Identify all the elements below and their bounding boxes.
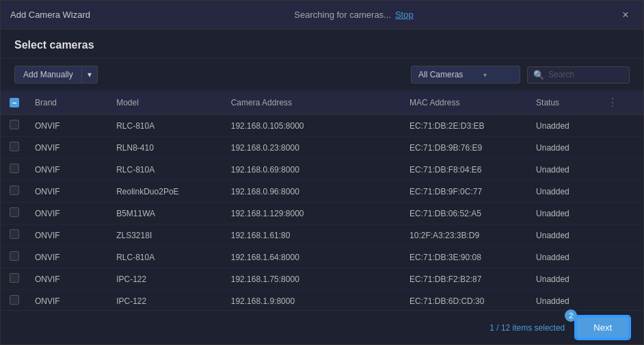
footer: 1 / 12 items selected 2 Next <box>1 310 643 344</box>
row-model: RLC-810A <box>109 246 224 268</box>
row-mac: EC:71:DB:06:52:A5 <box>403 203 529 225</box>
title-bar: Add Camera Wizard Searching for cameras.… <box>1 1 643 29</box>
row-checkbox[interactable] <box>10 120 19 129</box>
row-checkbox-cell[interactable] <box>1 137 28 159</box>
row-mac: EC:71:DB:F2:B2:87 <box>403 268 529 290</box>
row-status: Unadded <box>529 181 596 203</box>
row-extra <box>596 203 643 225</box>
row-checkbox[interactable] <box>10 207 19 217</box>
row-address: 192.168.1.129:8000 <box>224 203 403 225</box>
row-extra <box>596 225 643 246</box>
row-address: 192.168.1.9:8000 <box>224 290 403 311</box>
row-checkbox-cell[interactable] <box>1 246 28 268</box>
table-row[interactable]: ONVIF ZLS3218I 192.168.1.61:80 10:2F:A3:… <box>1 225 643 246</box>
row-address: 192.168.0.23:8000 <box>224 137 403 159</box>
table-header-row: Brand Model Camera Address MAC Address S… <box>1 90 643 115</box>
row-address: 192.168.0.96:8000 <box>224 181 403 203</box>
header-status: Status <box>529 90 596 115</box>
row-model: RLC-810A <box>109 115 224 137</box>
table-row[interactable]: ONVIF RLN8-410 192.168.0.23:8000 EC:71:D… <box>1 137 643 159</box>
stop-link[interactable]: Stop <box>395 10 414 20</box>
camera-table-container[interactable]: Brand Model Camera Address MAC Address S… <box>1 90 643 310</box>
row-status: Unadded <box>529 268 596 290</box>
camera-filter-dropdown[interactable]: All Cameras ▾ <box>411 66 520 84</box>
row-model: B5M11WA <box>109 203 224 225</box>
next-button[interactable]: Next <box>576 316 630 339</box>
row-model: ZLS3218I <box>109 225 224 246</box>
row-checkbox-cell[interactable] <box>1 115 28 137</box>
row-checkbox[interactable] <box>10 229 19 239</box>
row-mac: 10:2F:A3:23:3B:D9 <box>403 225 529 246</box>
row-mac: EC:71:DB:2E:D3:EB <box>403 115 529 137</box>
row-status: Unadded <box>529 159 596 181</box>
row-brand: ONVIF <box>28 225 109 246</box>
row-status: Unadded <box>529 203 596 225</box>
close-button[interactable]: × <box>617 7 634 23</box>
row-brand: ONVIF <box>28 246 109 268</box>
add-manually-dropdown-button[interactable]: ▾ <box>82 66 98 84</box>
header-mac: MAC Address <box>403 90 529 115</box>
table-row[interactable]: ONVIF ReolinkDuo2PoE 192.168.0.96:8000 E… <box>1 181 643 203</box>
row-mac: EC:71:DB:3E:90:08 <box>403 246 529 268</box>
toolbar: Add Manually ▾ All Cameras ▾ 🔍 <box>1 59 643 90</box>
row-mac: EC:71:DB:6D:CD:30 <box>403 290 529 311</box>
table-row[interactable]: ONVIF IPC-122 192.168.1.75:8000 EC:71:DB… <box>1 268 643 290</box>
header-brand: Brand <box>28 90 109 115</box>
search-box: 🔍 <box>527 66 630 84</box>
row-extra <box>596 246 643 268</box>
add-manually-button[interactable]: Add Manually <box>14 66 82 84</box>
row-checkbox-cell[interactable] <box>1 181 28 203</box>
searching-text: Searching for cameras... <box>294 10 391 20</box>
row-brand: ONVIF <box>28 137 109 159</box>
row-model: ReolinkDuo2PoE <box>109 181 224 203</box>
table-row[interactable]: ONVIF B5M11WA 192.168.1.129:8000 EC:71:D… <box>1 203 643 225</box>
row-checkbox[interactable] <box>10 251 19 261</box>
row-checkbox[interactable] <box>10 186 19 195</box>
search-status: Searching for cameras... Stop <box>294 10 413 20</box>
row-checkbox-cell[interactable] <box>1 225 28 246</box>
toolbar-right: All Cameras ▾ 🔍 <box>411 66 630 84</box>
chevron-down-icon: ▾ <box>483 71 487 79</box>
section-title: Select cameras <box>1 29 643 59</box>
header-more[interactable]: ⋮ <box>596 90 643 115</box>
row-model: RLN8-410 <box>109 137 224 159</box>
table-row[interactable]: ONVIF RLC-810A 192.168.0.69:8000 EC:71:D… <box>1 159 643 181</box>
row-checkbox-cell[interactable] <box>1 268 28 290</box>
row-extra <box>596 115 643 137</box>
row-checkbox-cell[interactable] <box>1 290 28 311</box>
search-icon: 🔍 <box>533 70 544 80</box>
row-checkbox[interactable] <box>10 295 19 305</box>
row-address: 192.168.1.64:8000 <box>224 246 403 268</box>
row-checkbox[interactable] <box>10 164 19 173</box>
row-checkbox[interactable] <box>10 142 19 151</box>
select-all-checkbox[interactable] <box>10 98 19 107</box>
row-extra <box>596 268 643 290</box>
row-checkbox-cell[interactable] <box>1 159 28 181</box>
row-checkbox-cell[interactable] <box>1 203 28 225</box>
row-brand: ONVIF <box>28 268 109 290</box>
header-checkbox-cell[interactable] <box>1 90 28 115</box>
row-checkbox[interactable] <box>10 273 19 283</box>
camera-table-body: ONVIF RLC-810A 192.168.0.105:8000 EC:71:… <box>1 115 643 311</box>
row-status: Unadded <box>529 225 596 246</box>
row-mac: EC:71:DB:9F:0C:77 <box>403 181 529 203</box>
camera-table: Brand Model Camera Address MAC Address S… <box>1 90 643 310</box>
row-status: Unadded <box>529 137 596 159</box>
row-brand: ONVIF <box>28 203 109 225</box>
row-status: Unadded <box>529 290 596 311</box>
row-extra <box>596 159 643 181</box>
table-row[interactable]: ONVIF RLC-810A 192.168.0.105:8000 EC:71:… <box>1 115 643 137</box>
row-brand: ONVIF <box>28 181 109 203</box>
row-extra <box>596 290 643 311</box>
row-model: IPC-122 <box>109 268 224 290</box>
row-address: 192.168.1.75:8000 <box>224 268 403 290</box>
row-status: Unadded <box>529 246 596 268</box>
row-extra <box>596 137 643 159</box>
row-model: IPC-122 <box>109 290 224 311</box>
search-input[interactable] <box>548 70 623 79</box>
items-selected-count: 1 / 12 items selected <box>489 323 565 333</box>
table-row[interactable]: ONVIF RLC-810A 192.168.1.64:8000 EC:71:D… <box>1 246 643 268</box>
row-brand: ONVIF <box>28 115 109 137</box>
row-address: 192.168.1.61:80 <box>224 225 403 246</box>
table-row[interactable]: ONVIF IPC-122 192.168.1.9:8000 EC:71:DB:… <box>1 290 643 311</box>
